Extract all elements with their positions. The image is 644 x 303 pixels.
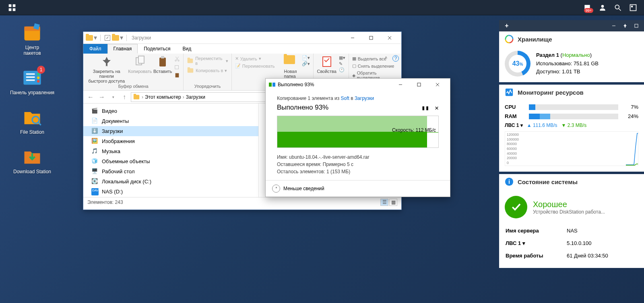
progress-heading: Выполнено 93% — [277, 104, 328, 112]
tree-item[interactable]: 🖼️Изображения — [83, 136, 258, 146]
tab-home[interactable]: Главная — [107, 44, 138, 54]
widget-title: Состояние системы — [518, 178, 578, 185]
add-widget-button[interactable]: + — [502, 21, 512, 30]
source-link[interactable]: Soft — [341, 95, 349, 101]
checkbox-icon[interactable]: ✓ — [105, 35, 110, 41]
properties-button[interactable]: Свойства — [317, 55, 336, 74]
download-speed: ▼ 2.3 MB/s — [561, 122, 587, 128]
storage-info: Раздел 1 (Нормально) Использовано: 751.8… — [536, 51, 599, 76]
tree-item[interactable]: 📄Документы — [83, 116, 258, 126]
svg-rect-28 — [161, 56, 164, 58]
svg-line-6 — [619, 8, 621, 10]
tree-item[interactable]: 💽Локальный диск (C:) — [83, 176, 258, 187]
cut-button[interactable] — [174, 55, 180, 62]
desktop-icon-download-station[interactable]: Download Station — [8, 146, 56, 174]
explorer-titlebar[interactable]: ▾ ✓ ▾ Загрузки — [83, 32, 401, 44]
tab-file[interactable]: Файл — [83, 44, 107, 54]
svg-point-29 — [175, 60, 177, 62]
svg-rect-37 — [417, 83, 421, 86]
tab-view[interactable]: Вид — [176, 44, 197, 54]
upload-speed: ▲ 111.6 MB/s — [527, 122, 557, 128]
desktop-icon-control-panel[interactable]: 1 Панель управления — [8, 67, 56, 95]
net-interface-select[interactable]: ЛВС 1 ▾ — [505, 122, 523, 128]
dropdown-icon[interactable]: ▾ — [522, 240, 525, 246]
panel-tabbar: + — [499, 20, 644, 31]
health-status: Хорошее — [533, 200, 605, 209]
paste-button[interactable]: Вставить — [153, 55, 172, 74]
notif-badge: 99+ — [584, 8, 593, 13]
svg-line-20 — [38, 122, 41, 125]
help-icon[interactable]: ? — [392, 55, 399, 62]
history-button[interactable]: 🕐 — [339, 67, 345, 73]
minimize-button[interactable] — [391, 79, 410, 91]
svg-rect-2 — [9, 8, 12, 11]
speed-label: Скорость: 112 МБ/с — [392, 127, 436, 133]
tab-share[interactable]: Поделиться — [138, 44, 176, 54]
resource-monitor-widget: Мониторинг ресурсов CPU 7% RAM 24% ЛВС 1… — [499, 85, 644, 172]
new-item-button[interactable]: 📄▾ — [302, 55, 310, 60]
edit-button[interactable]: ✎ — [339, 61, 345, 66]
maximize-button[interactable] — [410, 79, 428, 91]
collapse-ribbon-icon[interactable]: ^ — [383, 55, 389, 62]
storage-widget: Хранилище 43% Раздел 1 (Нормально) Испол… — [499, 31, 644, 82]
table-row: Время работы61 Дней 03:34:50 — [506, 250, 608, 261]
rename-button[interactable]: 📝 Переименовать — [235, 62, 275, 69]
desktop-icons: Центр пакетов 1 Панель управления File S… — [8, 22, 56, 174]
move-to-button[interactable]: Переместить в ▾ — [187, 55, 228, 66]
svg-rect-31 — [175, 66, 179, 69]
user-icon[interactable] — [596, 1, 609, 15]
pause-button[interactable]: ▮▮ — [421, 104, 429, 112]
close-button[interactable] — [428, 79, 447, 91]
widgets-icon[interactable] — [626, 1, 640, 15]
tree-item[interactable]: 🧊Объемные объекты — [83, 156, 258, 166]
svg-rect-13 — [26, 73, 35, 75]
open-button[interactable]: ▦▾ — [339, 55, 345, 60]
cancel-button[interactable]: ✕ — [435, 104, 439, 112]
view-icons-button[interactable]: ▦ — [389, 199, 397, 206]
system-info-table: Имя сервераNAS ЛВС 1 ▾5.10.0.100 Время р… — [505, 224, 609, 262]
svg-point-30 — [178, 60, 180, 62]
tree-item[interactable]: 🖥️Рабочий стол — [83, 166, 258, 176]
apps-menu-button[interactable] — [4, 0, 20, 15]
close-button[interactable] — [380, 32, 399, 44]
panel-minimize-button[interactable] — [609, 21, 619, 30]
up-button[interactable]: ↑ — [120, 92, 129, 102]
view-details-button[interactable]: ☰ — [380, 199, 388, 206]
less-details-button[interactable]: ˄ Меньше сведений — [266, 180, 450, 197]
paste-shortcut-button[interactable] — [174, 71, 180, 79]
delete-button[interactable]: ✕ Удалить ▾ — [235, 55, 275, 62]
desktop-icon-file-station[interactable]: File Station — [8, 107, 56, 135]
copy-button[interactable]: Копировать — [129, 55, 151, 74]
folder-icon — [112, 35, 119, 41]
recent-button[interactable]: ▾ — [108, 92, 118, 102]
minimize-button[interactable] — [343, 32, 362, 44]
forward-button[interactable]: → — [97, 92, 107, 102]
tree-item[interactable]: 🎵Музыка — [83, 146, 258, 156]
new-folder-button[interactable]: Новая папка — [281, 55, 299, 79]
tree-item[interactable]: DAVNAS (D:) — [83, 187, 258, 197]
dest-link[interactable]: Загрузки — [355, 95, 374, 101]
badge: 1 — [37, 66, 45, 74]
back-button[interactable]: ← — [86, 92, 95, 102]
dialog-titlebar[interactable]: Выполнено 93% — [266, 79, 450, 91]
chevron-up-icon: ˄ — [272, 185, 280, 193]
cpu-bar — [529, 104, 618, 110]
item-count: Элементов: 243 — [87, 199, 123, 205]
tree-item[interactable]: ⬇️Загрузки — [83, 126, 258, 136]
svg-rect-15 — [26, 79, 35, 81]
search-icon[interactable] — [611, 1, 625, 15]
pin-button[interactable]: Закрепить на панели быстрого доступа — [87, 55, 126, 83]
copy-icon — [269, 82, 275, 87]
select-none-button[interactable]: ▢ Снять выделение — [352, 62, 398, 69]
svg-text:i: i — [508, 178, 510, 185]
panel-pin-button[interactable] — [620, 21, 630, 30]
easy-access-button[interactable]: 🔗▾ — [302, 61, 310, 66]
copy-path-button[interactable] — [174, 63, 180, 71]
desktop-icon-package-center[interactable]: Центр пакетов — [8, 22, 56, 56]
chat-icon[interactable]: 99+ — [580, 1, 594, 15]
copy-to-button[interactable]: Копировать в ▾ — [187, 67, 228, 74]
panel-maximize-button[interactable] — [631, 21, 642, 30]
network-graph: 120000 100000 80000 60000 40000 20000 0 — [505, 131, 638, 166]
tree-item[interactable]: 🎬Видео — [83, 106, 258, 116]
maximize-button[interactable] — [362, 32, 380, 44]
